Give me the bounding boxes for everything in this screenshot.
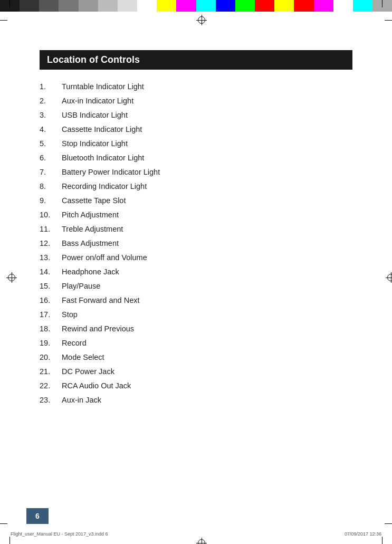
tick-tl-h [0, 20, 7, 21]
list-number: 3. [40, 111, 62, 119]
list-number: 7. [40, 168, 62, 176]
list-text: USB Indicator Light [62, 111, 128, 119]
tick-tr-v [382, 0, 383, 7]
footer-right: 07/09/2017 12:36 [345, 531, 381, 537]
list-text: Turntable Indicator Light [62, 82, 144, 91]
list-number: 1. [40, 82, 62, 91]
list-number: 21. [40, 367, 62, 376]
list-text: Play/Pause [62, 282, 100, 290]
list-text: Aux-in Indicator Light [62, 97, 133, 105]
section-title: Location of Controls [40, 50, 352, 70]
list-number: 18. [40, 325, 62, 333]
list-item: 11.Treble Adjustment [40, 222, 352, 236]
list-item: 23.Aux-in Jack [40, 393, 352, 407]
footer: Flight_user_Manual EU - Sept 2017_v3.ind… [0, 524, 392, 544]
list-text: Recording Indicator Light [62, 182, 147, 190]
list-text: Cassette Tape Slot [62, 196, 126, 205]
list-number: 14. [40, 268, 62, 276]
list-number: 17. [40, 310, 62, 319]
list-number: 20. [40, 353, 62, 361]
list-item: 21.DC Power Jack [40, 364, 352, 378]
list-item: 4.Cassette Indicator Light [40, 122, 352, 136]
list-number: 11. [40, 225, 62, 233]
list-text: Mode Select [62, 353, 104, 361]
list-number: 22. [40, 381, 62, 390]
tick-tl-v [9, 0, 10, 7]
list-text: Record [62, 339, 87, 347]
list-number: 8. [40, 182, 62, 190]
list-item: 13.Power on/off and Volume [40, 250, 352, 264]
list-item: 15.Play/Pause [40, 279, 352, 293]
list-text: DC Power Jack [62, 367, 114, 376]
list-item: 20.Mode Select [40, 350, 352, 364]
list-number: 13. [40, 253, 62, 262]
list-item: 1.Turntable Indicator Light [40, 79, 352, 93]
list-text: Aux-in Jack [62, 396, 101, 404]
list-item: 5.Stop Indicator Light [40, 136, 352, 150]
list-number: 2. [40, 97, 62, 105]
list-text: Bluetooth Indicator Light [62, 154, 144, 162]
controls-list: 1.Turntable Indicator Light2.Aux-in Indi… [40, 79, 352, 407]
list-number: 4. [40, 125, 62, 133]
list-item: 16.Fast Forward and Next [40, 293, 352, 307]
list-text: Rewind and Previous [62, 325, 134, 333]
tick-tr-h [385, 20, 392, 21]
list-number: 9. [40, 196, 62, 205]
page-number: 6 [35, 512, 40, 520]
list-item: 6.Bluetooth Indicator Light [40, 150, 352, 165]
footer-left: Flight_user_Manual EU - Sept 2017_v3.ind… [11, 531, 108, 537]
list-number: 19. [40, 339, 62, 347]
color-bar [0, 0, 392, 12]
list-text: Treble Adjustment [62, 225, 123, 233]
list-number: 6. [40, 154, 62, 162]
content-area: Location of Controls 1.Turntable Indicat… [40, 50, 352, 502]
list-number: 15. [40, 282, 62, 290]
list-text: Stop [62, 310, 78, 319]
list-item: 9.Cassette Tape Slot [40, 193, 352, 207]
list-text: RCA Audio Out Jack [62, 381, 131, 390]
list-item: 18.Rewind and Previous [40, 321, 352, 336]
list-number: 10. [40, 211, 62, 219]
list-item: 14.Headphone Jack [40, 264, 352, 279]
list-text: Power on/off and Volume [62, 253, 147, 262]
list-number: 5. [40, 139, 62, 148]
list-item: 8.Recording Indicator Light [40, 179, 352, 193]
list-item: 2.Aux-in Indicator Light [40, 93, 352, 108]
list-text: Headphone Jack [62, 268, 119, 276]
list-number: 16. [40, 296, 62, 304]
list-item: 10.Pitch Adjustment [40, 207, 352, 222]
list-number: 12. [40, 239, 62, 247]
list-item: 17.Stop [40, 307, 352, 321]
list-item: 12.Bass Adjustment [40, 236, 352, 250]
list-item: 3.USB Indicator Light [40, 108, 352, 122]
list-item: 19.Record [40, 336, 352, 350]
list-text: Battery Power Indicator Light [62, 168, 160, 176]
list-text: Stop Indicator Light [62, 139, 128, 148]
list-item: 22.RCA Audio Out Jack [40, 378, 352, 393]
list-number: 23. [40, 396, 62, 404]
page-number-box: 6 [26, 508, 49, 524]
list-text: Pitch Adjustment [62, 211, 119, 219]
list-text: Fast Forward and Next [62, 296, 139, 304]
list-text: Cassette Indicator Light [62, 125, 142, 133]
list-item: 7.Battery Power Indicator Light [40, 165, 352, 179]
list-text: Bass Adjustment [62, 239, 119, 247]
